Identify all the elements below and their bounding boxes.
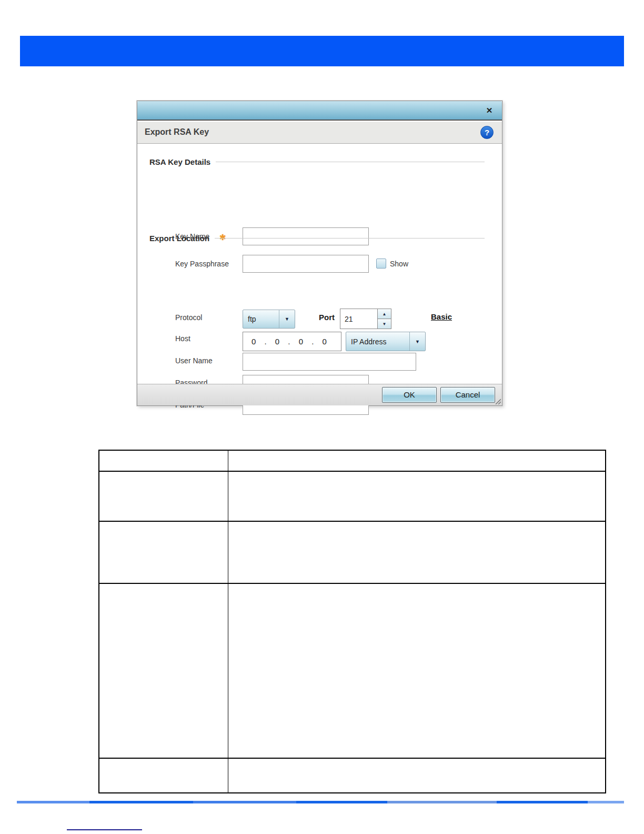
help-icon[interactable]: ?	[480, 126, 494, 139]
dialog-titlebar[interactable]: ✕	[137, 101, 502, 121]
show-checkbox-label: Show	[390, 260, 408, 268]
description-table	[98, 450, 606, 793]
section-export-location: Export Location	[149, 234, 485, 243]
chevron-down-icon: ▼	[409, 332, 425, 351]
section-rule	[215, 238, 485, 239]
table-cell	[228, 583, 606, 758]
key-passphrase-input[interactable]	[243, 255, 369, 273]
host-type-dropdown[interactable]: IP Address ▼	[346, 332, 426, 351]
port-spinner[interactable]: 21 ▲ ▼	[340, 309, 391, 329]
protocol-dropdown[interactable]: ftp ▼	[243, 310, 295, 329]
dialog-footer: OK Cancel	[137, 384, 502, 405]
protocol-label: Protocol	[175, 313, 202, 322]
resize-handle-icon[interactable]	[494, 397, 501, 404]
table-cell	[228, 450, 606, 471]
section-rule	[216, 162, 485, 162]
port-spin-buttons: ▲ ▼	[377, 309, 391, 329]
basic-link[interactable]: Basic	[431, 312, 452, 321]
host-label: Host	[175, 334, 190, 343]
table-cell	[228, 471, 606, 521]
dialog-header: Export RSA Key ?	[137, 122, 502, 144]
section-title: Export Location	[149, 234, 209, 243]
chapter-header-banner	[20, 36, 624, 66]
host-ip-input[interactable]: 0 . 0 . 0 . 0	[243, 332, 341, 351]
table-cell	[228, 758, 606, 793]
port-label: Port	[319, 313, 335, 322]
show-passphrase-checkbox[interactable]	[376, 259, 386, 269]
table-row	[99, 521, 606, 583]
close-icon[interactable]: ✕	[484, 105, 495, 116]
footnote-rule	[67, 829, 142, 830]
user-name-label: User Name	[175, 356, 213, 365]
protocol-dropdown-value: ftp	[243, 310, 279, 328]
key-passphrase-label: Key Passphrase	[175, 260, 229, 268]
dialog-body: RSA Key Details Key Name ✱ Key Passphras…	[137, 144, 502, 384]
spinner-up-icon[interactable]: ▲	[378, 309, 391, 319]
dialog-title: Export RSA Key	[145, 127, 209, 137]
table-cell	[99, 450, 228, 471]
table-cell	[99, 471, 228, 521]
section-rsa-key-details: RSA Key Details	[149, 157, 485, 166]
ok-button[interactable]: OK	[382, 387, 437, 403]
cancel-button[interactable]: Cancel	[440, 387, 495, 403]
document-page: ✕ Export RSA Key ? RSA Key Details Key N…	[0, 0, 644, 834]
chevron-down-icon: ▼	[279, 310, 295, 328]
host-type-dropdown-value: IP Address	[346, 332, 409, 351]
table-row	[99, 583, 606, 758]
table-row	[99, 450, 606, 471]
section-title: RSA Key Details	[149, 157, 210, 166]
table-cell	[228, 521, 606, 583]
page-footer-separator	[17, 801, 624, 803]
port-value: 21	[340, 309, 377, 329]
table-cell	[99, 758, 228, 793]
table-row	[99, 758, 606, 793]
export-rsa-key-dialog: ✕ Export RSA Key ? RSA Key Details Key N…	[137, 101, 502, 406]
spinner-down-icon[interactable]: ▼	[378, 319, 391, 329]
user-name-input[interactable]	[243, 353, 416, 371]
table-cell	[99, 521, 228, 583]
table-row	[99, 471, 606, 521]
table-cell	[99, 583, 228, 758]
